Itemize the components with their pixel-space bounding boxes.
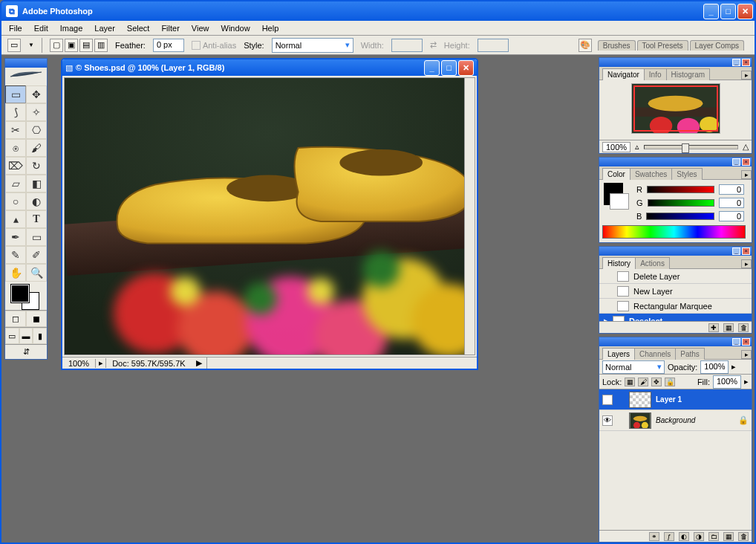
pen-tool[interactable]: ✒: [5, 228, 26, 246]
panel-menu-button[interactable]: ▸: [741, 350, 752, 359]
window-minimize-button[interactable]: _: [703, 4, 719, 19]
layer-row[interactable]: 👁 Background 🔒: [599, 410, 752, 431]
navigator-thumbnail[interactable]: [631, 83, 720, 134]
history-panel[interactable]: _× History Actions ▸ Delete Layer New La…: [599, 246, 752, 334]
toolbox-panel[interactable]: ▭ ✥ ⟆ ✧ ✂ ⎔ ⍟ 🖌 ⌦ ↻ ▱ ◧ ○ ◐ ▴ T ✒ ▭ ✎ ✐: [4, 58, 48, 360]
color-panel[interactable]: _× Color Swatches Styles ▸ R0 G0 B0: [599, 157, 752, 243]
clone-stamp-tool[interactable]: ⌦: [5, 157, 26, 175]
document-canvas-area[interactable]: [64, 77, 475, 355]
window-close-button[interactable]: ✕: [737, 4, 753, 19]
navigator-zoom-slider[interactable]: [644, 145, 738, 149]
panel-minimize-button[interactable]: _: [732, 338, 740, 346]
menu-select[interactable]: Select: [121, 22, 156, 35]
screen-full-button[interactable]: ▮: [33, 328, 47, 344]
layer-row[interactable]: 👁 Layer 1: [599, 389, 752, 410]
brush-tool[interactable]: 🖌: [26, 139, 47, 157]
tab-channels[interactable]: Channels: [634, 348, 676, 360]
standard-mode-button[interactable]: ◻: [5, 311, 26, 327]
layers-panel[interactable]: _× Layers Channels Paths ▸ Normal▾ Opaci…: [599, 337, 752, 543]
path-selection-tool[interactable]: ▴: [5, 210, 26, 228]
tab-navigator[interactable]: Navigator: [602, 68, 645, 80]
delete-layer-button[interactable]: 🗑: [738, 532, 749, 541]
hand-tool[interactable]: ✋: [5, 264, 26, 282]
new-layer-button[interactable]: ▦: [723, 532, 734, 541]
navigator-zoom-value[interactable]: 100%: [602, 142, 630, 152]
new-group-button[interactable]: 🗀: [708, 532, 719, 541]
document-title-bar[interactable]: ▧ © Shoes.psd @ 100% (Layer 1, RGB/8) _ …: [62, 59, 477, 76]
panel-menu-button[interactable]: ▸: [741, 259, 752, 268]
tab-swatches[interactable]: Swatches: [630, 168, 672, 180]
status-menu-icon[interactable]: ▸: [96, 358, 106, 368]
channel-g-slider[interactable]: [648, 199, 714, 207]
panel-close-button[interactable]: ×: [742, 59, 750, 66]
horizontal-scrollbar[interactable]: [206, 357, 477, 369]
layer-thumbnail[interactable]: [629, 412, 651, 429]
panel-minimize-button[interactable]: _: [732, 59, 740, 66]
dock-tab-layer-comps[interactable]: Layer Comps: [690, 40, 744, 51]
marquee-preset-icon[interactable]: ▭: [7, 39, 21, 52]
menu-view[interactable]: View: [186, 22, 215, 35]
lasso-tool[interactable]: ⟆: [5, 103, 26, 121]
window-maximize-button[interactable]: □: [720, 4, 736, 19]
new-fill-adj-button[interactable]: ◑: [694, 532, 704, 541]
panel-menu-button[interactable]: ▸: [741, 170, 752, 179]
tab-layers[interactable]: Layers: [602, 348, 635, 360]
selection-new-icon[interactable]: ▢: [50, 39, 63, 52]
opacity-flyout-icon[interactable]: ▸: [731, 362, 736, 372]
selection-subtract-icon[interactable]: ▤: [79, 39, 93, 52]
layer-thumbnail[interactable]: [629, 392, 651, 408]
fill-flyout-icon[interactable]: ▸: [744, 377, 749, 386]
new-snapshot-button[interactable]: ✚: [708, 323, 719, 332]
chevron-down-icon[interactable]: ▼: [28, 42, 34, 48]
navigator-panel[interactable]: _× Navigator Info Histogram ▸ 100% ▵: [599, 57, 752, 154]
tab-info[interactable]: Info: [644, 68, 667, 80]
dock-tab-tool-presets[interactable]: Tool Presets: [637, 40, 688, 51]
link-layers-button[interactable]: ⚭: [649, 532, 659, 541]
document-window[interactable]: ▧ © Shoes.psd @ 100% (Layer 1, RGB/8) _ …: [61, 58, 478, 370]
lock-all-button[interactable]: 🔒: [665, 378, 675, 386]
type-tool[interactable]: T: [26, 210, 47, 228]
slice-tool[interactable]: ⎔: [26, 121, 47, 139]
palette-well-icon[interactable]: 🎨: [579, 39, 592, 52]
color-spectrum[interactable]: [602, 225, 746, 239]
tab-history[interactable]: History: [602, 257, 636, 269]
layer-style-button[interactable]: ƒ: [664, 532, 674, 541]
panel-close-button[interactable]: ×: [742, 247, 750, 255]
dodge-tool[interactable]: ◐: [26, 192, 47, 210]
menu-filter[interactable]: Filter: [155, 22, 185, 35]
doc-minimize-button[interactable]: _: [424, 60, 440, 76]
zoom-out-icon[interactable]: ▵: [635, 142, 639, 152]
healing-brush-tool[interactable]: ⍟: [5, 139, 26, 157]
doc-close-button[interactable]: ✕: [458, 60, 474, 76]
blend-mode-select[interactable]: Normal▾: [602, 360, 665, 374]
delete-state-button[interactable]: 🗑: [738, 323, 749, 332]
opacity-input[interactable]: 100%: [700, 360, 729, 374]
marquee-tool[interactable]: ▭: [5, 85, 26, 103]
gradient-tool[interactable]: ◧: [26, 175, 47, 192]
history-item[interactable]: Delete Layer: [599, 269, 752, 284]
status-flyout-icon[interactable]: ▶: [192, 358, 206, 368]
channel-r-slider[interactable]: [647, 186, 714, 193]
screen-standard-button[interactable]: ▭: [5, 328, 19, 344]
history-item[interactable]: Rectangular Marquee: [599, 299, 752, 314]
zoom-in-icon[interactable]: △: [743, 142, 749, 152]
panel-close-button[interactable]: ×: [742, 338, 750, 346]
panel-menu-button[interactable]: ▸: [741, 71, 752, 80]
history-item[interactable]: ▸Deselect: [599, 314, 752, 321]
eyedropper-tool[interactable]: ✐: [26, 246, 47, 264]
history-item[interactable]: New Layer: [599, 284, 752, 299]
tab-histogram[interactable]: Histogram: [666, 68, 711, 80]
menu-help[interactable]: Help: [256, 22, 285, 35]
lock-position-button[interactable]: ✥: [651, 378, 662, 386]
selection-add-icon[interactable]: ▣: [65, 39, 78, 52]
history-brush-tool[interactable]: ↻: [26, 157, 47, 175]
tab-paths[interactable]: Paths: [675, 348, 705, 360]
jump-to-imageready-button[interactable]: ⇵: [5, 344, 47, 359]
color-swatches[interactable]: [5, 282, 47, 310]
doc-maximize-button[interactable]: □: [441, 60, 457, 76]
quickmask-mode-button[interactable]: ◼: [26, 311, 47, 327]
zoom-tool[interactable]: 🔍: [26, 264, 47, 282]
screen-fullmenu-button[interactable]: ▬: [19, 328, 33, 344]
layer-name[interactable]: Layer 1: [656, 395, 682, 404]
visibility-toggle-icon[interactable]: 👁: [602, 395, 613, 405]
